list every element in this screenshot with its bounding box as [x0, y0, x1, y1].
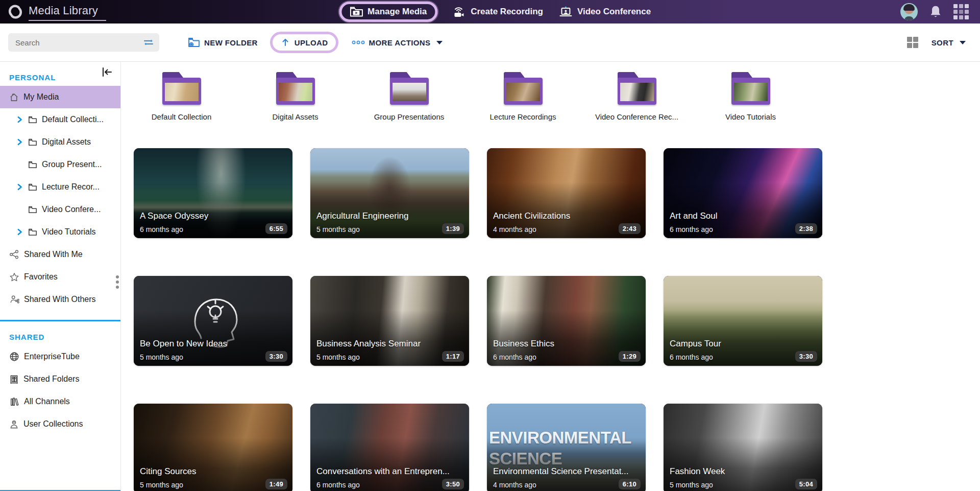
video-card[interactable]: Art and Soul6 months ago2:38: [664, 148, 822, 238]
folder-thumbnail: [734, 83, 768, 101]
toolbar-right: SORT: [907, 37, 966, 48]
folder-tile[interactable]: Lecture Recordings: [466, 72, 580, 121]
folder-icon: [28, 138, 37, 146]
video-age: 5 months ago: [140, 481, 183, 489]
video-card[interactable]: Agricultural Engineering5 months ago1:39: [310, 148, 469, 238]
video-duration-badge: 1:39: [442, 223, 464, 234]
folder-icon: [28, 160, 37, 169]
folder-name: Video Tutorials: [725, 112, 776, 121]
topbar-actions: [900, 0, 969, 24]
video-title: Be Open to New Ideas: [140, 339, 286, 349]
folder-thumbnail: [506, 83, 540, 101]
video-age: 4 months ago: [493, 225, 536, 233]
folder-tile[interactable]: Digital Assets: [238, 72, 352, 121]
sidebar-item-enterprisetube[interactable]: EnterpriseTube: [0, 345, 120, 368]
folder-tile[interactable]: Video Tutorials: [694, 72, 807, 121]
sidebar-item-video-tutorials[interactable]: Video Tutorials: [0, 221, 120, 243]
video-card[interactable]: Campus Tour6 months ago3:30: [664, 276, 822, 366]
video-card[interactable]: Citing Sources5 months ago1:49: [134, 404, 292, 491]
video-title: Business Analysis Seminar: [316, 339, 463, 349]
more-actions-label: MORE ACTIONS: [369, 38, 431, 47]
sidebar-item-label: EnterpriseTube: [24, 352, 80, 361]
video-card[interactable]: ENVIRONMENTALSCIENCEEnvironmental Scienc…: [487, 404, 646, 491]
sidebar-resize-handle[interactable]: [116, 275, 119, 289]
media-browser: Default CollectionDigital AssetsGroup Pr…: [121, 62, 980, 491]
sort-button[interactable]: SORT: [932, 38, 966, 47]
nav-create-recording[interactable]: Create Recording: [453, 6, 543, 18]
video-duration-badge: 1:17: [442, 351, 464, 362]
video-age: 4 months ago: [493, 481, 536, 489]
folder-tile[interactable]: Default Collection: [125, 72, 238, 121]
folder-tile[interactable]: Group Presentations: [352, 72, 466, 121]
notifications-bell-icon[interactable]: [929, 5, 942, 19]
cabinet-icon: [9, 375, 19, 384]
video-duration-badge: 3:30: [795, 351, 817, 362]
sidebar-item-digital-assets[interactable]: Digital Assets: [0, 131, 120, 153]
video-card[interactable]: Business Analysis Seminar5 months ago1:1…: [310, 276, 469, 366]
folder-name: Digital Assets: [272, 112, 318, 121]
video-card[interactable]: Business Ethics6 months ago1:29: [487, 276, 646, 366]
sidebar-item-user-collections[interactable]: User Collections: [0, 413, 120, 435]
new-folder-button[interactable]: NEW FOLDER: [188, 37, 258, 48]
video-title: Environmental Science Presentat...: [493, 466, 640, 477]
nav-video-conference[interactable]: Video Conference: [558, 6, 651, 18]
folder-plus-icon: [188, 37, 200, 48]
folder-icon: [276, 72, 315, 105]
sidebar-item-shared-folders[interactable]: Shared Folders: [0, 368, 120, 390]
folder-thumbnail: [393, 83, 426, 101]
apps-grid-icon[interactable]: [953, 4, 969, 19]
sidebar-item-all-channels[interactable]: All Channels: [0, 390, 120, 413]
sidebar-item-lecture-recor[interactable]: Lecture Recor...: [0, 176, 120, 198]
video-card[interactable]: Fashion Week5 months ago5:04: [664, 404, 822, 491]
sidebar-item-my-media[interactable]: My Media: [0, 86, 120, 108]
sidebar-item-default-collecti[interactable]: Default Collecti...: [0, 108, 120, 131]
sidebar-item-shared-with-others[interactable]: Shared With Others: [0, 288, 120, 311]
search-box: [8, 33, 159, 52]
sidebar-item-label: Video Tutorials: [42, 227, 96, 237]
sidebar-section-divider: [0, 320, 120, 321]
chevron-right-icon[interactable]: [15, 116, 23, 123]
chevron-right-icon[interactable]: [15, 183, 23, 191]
video-duration-badge: 1:49: [265, 479, 287, 489]
brand[interactable]: Media Library: [7, 3, 106, 21]
user-avatar[interactable]: [900, 3, 918, 20]
sidebar-item-label: Video Confere...: [42, 205, 101, 214]
top-app-bar: Media Library Manage Media: [0, 0, 980, 24]
video-title: Citing Sources: [140, 466, 286, 477]
upload-label: UPLOAD: [295, 38, 328, 47]
sidebar-collapse-icon[interactable]: [101, 67, 112, 79]
sidebar-item-group-present[interactable]: Group Present...: [0, 153, 120, 176]
sidebar: PERSONALMy MediaDefault Collecti...Digit…: [0, 62, 121, 491]
folder-name: Video Conference Rec...: [595, 112, 678, 121]
sidebar-item-label: Group Present...: [42, 160, 102, 169]
video-card[interactable]: A Space Odyssey6 months ago6:55: [134, 148, 292, 238]
video-age: 5 months ago: [316, 353, 360, 361]
search-input[interactable]: [15, 38, 143, 47]
more-actions-button[interactable]: MORE ACTIONS: [352, 38, 443, 47]
folder-name: Group Presentations: [374, 112, 445, 121]
video-card[interactable]: Ancient Civilizations4 months ago2:43: [487, 148, 646, 238]
chevron-right-icon[interactable]: [15, 138, 23, 146]
video-title: A Space Odyssey: [140, 211, 286, 221]
sidebar-item-label: All Channels: [24, 397, 70, 406]
search-filter-icon[interactable]: [143, 38, 154, 47]
upload-button[interactable]: UPLOAD: [280, 37, 328, 48]
laptop-conference-icon: [558, 6, 573, 18]
sidebar-item-label: Favorites: [24, 272, 58, 282]
chevron-right-icon[interactable]: [15, 228, 23, 236]
nav-manage-media[interactable]: Manage Media: [350, 6, 427, 17]
upload-highlight-ring: UPLOAD: [270, 32, 338, 53]
nav-label: Create Recording: [471, 7, 543, 17]
sidebar-item-video-confere[interactable]: Video Confere...: [0, 198, 120, 221]
folder-tile[interactable]: Video Conference Rec...: [580, 72, 694, 121]
video-card[interactable]: Be Open to New Ideas5 months ago3:30: [134, 276, 292, 366]
folder-thumbnail: [279, 83, 312, 101]
video-age: 6 months ago: [140, 225, 183, 233]
sort-label: SORT: [932, 38, 953, 47]
grid-view-toggle-icon[interactable]: [907, 37, 918, 48]
sidebar-item-shared-with-me[interactable]: Shared With Me: [0, 243, 120, 266]
video-card[interactable]: Conversations with an Entrepren...6 mont…: [310, 404, 469, 491]
books-icon: [9, 397, 19, 407]
content-toolbar: NEW FOLDER UPLOAD MORE ACTIONS SORT: [0, 24, 980, 62]
sidebar-item-favorites[interactable]: Favorites: [0, 266, 120, 288]
